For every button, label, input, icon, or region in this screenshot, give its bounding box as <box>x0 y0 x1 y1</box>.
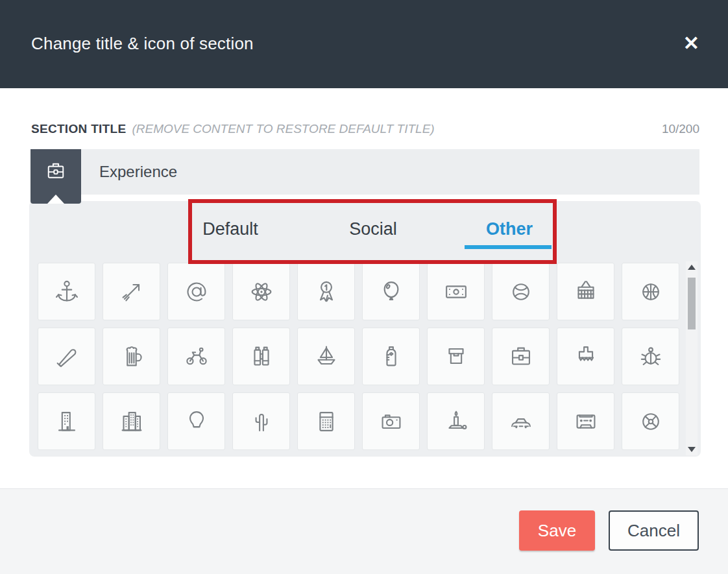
atom-icon <box>247 277 276 307</box>
briefcase-icon <box>506 342 536 372</box>
icon-tile-calculator[interactable] <box>297 392 355 450</box>
icon-tile-cassette[interactable] <box>557 392 614 450</box>
icon-tile-beer[interactable] <box>103 328 160 385</box>
close-icon[interactable]: ✕ <box>683 32 699 54</box>
icon-tile-bottle[interactable] <box>362 328 420 385</box>
award-icon <box>311 277 341 307</box>
icon-picker-panel: DefaultSocialOther <box>29 201 701 457</box>
arrow-icon <box>117 277 147 307</box>
camera-icon <box>376 407 406 436</box>
icon-tile-boat[interactable] <box>297 328 355 385</box>
icon-tile-bicycle[interactable] <box>167 328 225 385</box>
cassette-icon <box>571 407 601 436</box>
modal-footer: Save Cancel <box>0 488 728 574</box>
building-icon <box>52 407 82 436</box>
icon-tile-briefcase[interactable] <box>492 328 550 385</box>
icon-tile-cd[interactable] <box>622 392 679 450</box>
icon-tile-baseball-bat[interactable] <box>38 328 95 385</box>
bug-icon <box>636 342 666 372</box>
icon-tile-bug[interactable] <box>622 328 679 385</box>
icon-tile-arrow[interactable] <box>103 263 160 320</box>
icon-tile-binoculars[interactable] <box>232 328 290 385</box>
bicycle-icon <box>182 342 212 372</box>
binoculars-icon <box>247 342 276 372</box>
icon-tile-baseball[interactable] <box>492 263 550 320</box>
calculator-icon <box>311 407 341 436</box>
bottle-icon <box>376 342 406 372</box>
icon-tile-bulb[interactable] <box>167 392 225 450</box>
section-title-label: SECTION TITLE <box>31 122 126 136</box>
tab-default[interactable]: Default <box>178 201 282 257</box>
icon-tile-basketball[interactable] <box>622 263 679 320</box>
scrollbar-thumb[interactable] <box>688 278 696 329</box>
icon-tile-box[interactable] <box>427 328 485 385</box>
modal-change-title-icon: Change title & icon of section ✕ SECTION… <box>0 0 728 574</box>
banknote-icon <box>441 277 471 307</box>
icon-tile-basket[interactable] <box>557 263 614 320</box>
boat-icon <box>311 342 341 372</box>
icon-tile-award[interactable] <box>297 263 355 320</box>
icon-tile-camera[interactable] <box>362 392 420 450</box>
scrollbar[interactable] <box>686 261 698 455</box>
icon-tile-balloon[interactable] <box>362 263 420 320</box>
icon-grid <box>38 263 679 450</box>
icon-tile-cactus[interactable] <box>232 392 290 450</box>
briefcase-icon <box>44 160 67 183</box>
brush-icon <box>571 342 601 372</box>
box-icon <box>441 342 471 372</box>
tab-social[interactable]: Social <box>321 201 425 257</box>
car-icon <box>506 407 536 436</box>
icon-tile-banknote[interactable] <box>427 263 485 320</box>
modal-title: Change title & icon of section <box>31 34 254 54</box>
buildings-icon <box>117 407 147 436</box>
section-icon-button[interactable] <box>30 149 81 204</box>
section-title-input[interactable] <box>81 149 699 195</box>
icon-tile-building[interactable] <box>38 392 95 450</box>
icon-tile-anchor[interactable] <box>38 263 95 320</box>
baseball-bat-icon <box>52 342 82 372</box>
icon-tile-atom[interactable] <box>232 263 290 320</box>
cactus-icon <box>247 407 276 436</box>
save-button[interactable]: Save <box>519 510 595 551</box>
char-counter: 10/200 <box>662 122 699 136</box>
icon-tab-bar: DefaultSocialOther <box>29 201 701 257</box>
cancel-button[interactable]: Cancel <box>609 510 699 551</box>
section-title-hint: (REMOVE CONTENT TO RESTORE DEFAULT TITLE… <box>132 122 434 136</box>
beer-icon <box>117 342 147 372</box>
scroll-down-icon[interactable] <box>688 447 696 452</box>
cd-icon <box>636 407 666 436</box>
modal-header: Change title & icon of section ✕ <box>0 0 728 88</box>
anchor-icon <box>52 277 82 307</box>
bulb-icon <box>182 407 212 436</box>
baseball-icon <box>506 277 536 307</box>
basket-icon <box>571 277 601 307</box>
icon-tile-car[interactable] <box>492 392 550 450</box>
balloon-icon <box>376 277 406 307</box>
at-sign-icon <box>182 277 212 307</box>
icon-tile-at-sign[interactable] <box>167 263 225 320</box>
icon-tile-buildings[interactable] <box>103 392 160 450</box>
scroll-up-icon[interactable] <box>688 265 696 270</box>
icon-tile-brush[interactable] <box>557 328 614 385</box>
active-tab-underline <box>465 245 552 249</box>
section-title-label-row: SECTION TITLE(REMOVE CONTENT TO RESTORE … <box>31 122 699 139</box>
candle-icon <box>441 407 471 436</box>
icon-tile-candle[interactable] <box>427 392 485 450</box>
basketball-icon <box>636 277 666 307</box>
